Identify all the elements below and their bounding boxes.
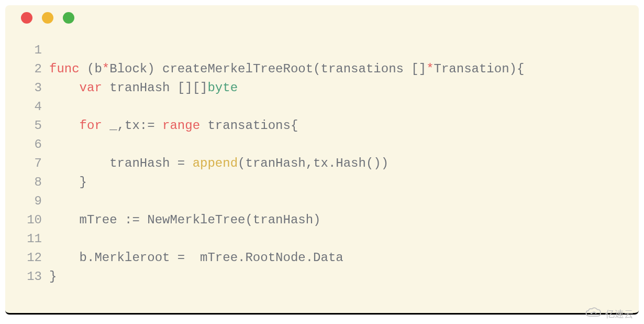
line-number: 8 [5,173,49,192]
line-number: 4 [5,98,49,116]
line-number: 11 [5,230,49,249]
token-punct [49,118,80,133]
token-punct: ( [87,62,94,76]
token-ident: mTree := NewMerkleTree(tranHash) [49,213,320,227]
line-content: } [49,173,87,192]
token-ident: b [94,62,102,76]
line-number: 5 [5,116,49,135]
line-number: 3 [5,79,49,98]
line-content: for _,tx:= range transations{ [49,116,298,135]
code-line: 5 for _,tx:= range transations{ [5,116,639,135]
window-titlebar [5,5,639,30]
token-punct [49,81,80,95]
code-line: 12 b.Merkleroot = mTree.RootNode.Data [5,249,639,267]
token-kw: func [49,62,87,76]
line-number: 9 [5,192,49,211]
token-typename: byte [207,81,238,95]
line-content: var tranHash [][]byte [49,79,238,98]
code-line: 3 var tranHash [][]byte [5,79,639,98]
watermark-text: 亿速云 [605,308,634,320]
token-kw: for [80,118,110,133]
line-content: b.Merkleroot = mTree.RootNode.Data [49,249,343,267]
token-kw: * [426,62,434,76]
line-content: func (b*Block) createMerkelTreeRoot(tran… [49,60,524,79]
line-content: mTree := NewMerkleTree(tranHash) [49,211,320,230]
token-ident: tranHash [][] [109,81,207,95]
token-punct: ) createMerkelTreeRoot(transations [] [147,62,426,76]
token-kw: var [80,81,110,95]
token-ident: transations{ [207,118,298,133]
line-number: 13 [5,267,49,286]
token-punct: } [49,269,57,284]
minimize-dot-icon[interactable] [42,12,53,24]
token-ident: Block [109,62,147,76]
code-line: 6 [5,135,639,154]
code-line: 11 [5,230,639,249]
close-dot-icon[interactable] [21,12,32,24]
token-ident: (tranHash,tx.Hash()) [238,156,388,170]
token-ident: tranHash = [49,156,193,170]
svg-point-0 [591,312,592,314]
line-content: tranHash = append(tranHash,tx.Hash()) [49,154,388,173]
line-number: 10 [5,211,49,230]
code-line: 8 } [5,173,639,192]
code-line: 10 mTree := NewMerkleTree(tranHash) [5,211,639,230]
line-content: } [49,267,57,286]
code-window: 12func (b*Block) createMerkelTreeRoot(tr… [5,5,639,315]
code-line: 2func (b*Block) createMerkelTreeRoot(tra… [5,60,639,79]
maximize-dot-icon[interactable] [63,12,74,24]
token-punct: } [49,175,87,189]
token-kw: * [102,62,109,76]
code-line: 9 [5,192,639,211]
token-ident: b.Merkleroot = mTree.RootNode.Data [49,251,343,265]
line-number: 1 [5,41,49,60]
cloud-icon [584,307,602,321]
line-number: 7 [5,154,49,173]
token-punct: Transation){ [434,62,525,76]
code-line: 4 [5,98,639,116]
code-line: 7 tranHash = append(tranHash,tx.Hash()) [5,154,639,173]
token-kw: range [162,118,207,133]
watermark: 亿速云 [584,307,634,321]
code-line: 1 [5,41,639,60]
code-line: 13} [5,267,639,286]
line-number: 12 [5,249,49,267]
code-area: 12func (b*Block) createMerkelTreeRoot(tr… [5,30,639,297]
token-ident: _,tx:= [109,118,162,133]
line-number: 6 [5,135,49,154]
token-builtin: append [193,156,238,170]
line-number: 2 [5,60,49,79]
